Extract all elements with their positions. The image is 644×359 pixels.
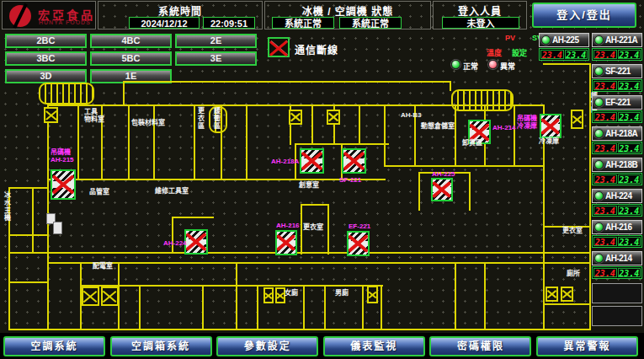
ahu-plan-label: 吊碼機 AH-215 (51, 148, 74, 163)
wall (194, 104, 195, 180)
room-label: 冷凍庫 (539, 138, 559, 146)
shaft-x-icon (263, 287, 274, 303)
login-label: 登入人員 (434, 3, 526, 18)
unit-pv-value: 23.4 (593, 237, 617, 246)
ahu-icon-AH-216[interactable] (275, 230, 297, 255)
ahu-status-value: 系統正常 (339, 17, 402, 29)
shaft-x-icon (367, 286, 378, 303)
comm-loss-label: 通信斷線 (295, 42, 338, 56)
room-label: 更衣室 (303, 224, 323, 232)
unit-panel-ah-214[interactable]: AH-214 (592, 251, 642, 265)
unit-panel-sf-221[interactable]: SF-221 (592, 64, 642, 78)
ahu-icon-AH-224[interactable] (184, 229, 208, 255)
floor-button-2e[interactable]: 2E (175, 34, 257, 48)
wall (77, 104, 79, 180)
login-user-value: 未登入 (442, 17, 519, 29)
unit-status-led-icon (594, 160, 604, 169)
wall (418, 172, 420, 211)
unit-sv-value: 23.4 (618, 206, 641, 215)
room-label: 包裝材料室 (131, 120, 165, 127)
menu-button-5[interactable]: 異常警報 (536, 336, 638, 356)
wall (327, 204, 329, 255)
menu-button-4[interactable]: 密碼權限 (429, 336, 531, 356)
wall (8, 252, 589, 254)
wall (80, 285, 383, 287)
unit-sv-value: 23.4 (618, 143, 641, 153)
unit-name-label: AH-225 (552, 35, 578, 45)
menu-button-3[interactable]: 儀表監視 (323, 336, 425, 356)
unit-panel-ah-224[interactable]: AH-224 (592, 189, 642, 203)
floor-button-3e[interactable]: 3E (175, 51, 257, 66)
floor-button-2bc[interactable]: 2BC (5, 34, 87, 48)
wall (8, 234, 49, 236)
room-label: 品管室 (89, 189, 109, 196)
menu-button-0[interactable]: 空調系統 (3, 336, 105, 356)
bottom-menu-bar: 空調系統空調箱系統參數設定儀表監視密碼權限異常警報 (0, 333, 644, 359)
login-section: 登入人員 未登入 (433, 1, 527, 29)
wall (246, 104, 247, 180)
room-label: 創意室 (299, 182, 319, 190)
unit-status-led-icon (541, 35, 551, 45)
wall (202, 285, 204, 329)
pv-name-header: 溫度 (487, 47, 502, 58)
unit-panel-ef-221[interactable]: EF-221 (592, 95, 642, 110)
unit-panel-ah-218b[interactable]: AH-218B (592, 158, 642, 172)
logo-box: 宏亞食品 HUNYA FOODS (2, 1, 96, 29)
unit-name-label: AH-214 (605, 254, 631, 263)
ahu-plan-label: AH-225 (432, 170, 455, 178)
unit-status-led-icon (594, 222, 604, 232)
room-label: 男廁 (335, 290, 349, 297)
floor-button-5bc[interactable]: 5BC (90, 51, 172, 66)
shaft-x-icon (44, 107, 58, 123)
shaft-x-icon (561, 287, 573, 302)
wall (172, 217, 214, 218)
wall (543, 63, 591, 65)
wall (236, 262, 237, 330)
floor-button-4bc[interactable]: 4BC (90, 34, 172, 48)
unit-panel-ah-216[interactable]: AH-216 (592, 220, 642, 234)
ahu-icon-AH-218A[interactable] (300, 148, 324, 174)
unit-panel-ah-218a[interactable]: AH-218A (592, 126, 642, 141)
unit-pv-value: 23.4 (540, 50, 564, 59)
pv-header: PV (505, 34, 515, 42)
unit-panel-ah-225[interactable]: AH-225 (539, 33, 589, 47)
unit-status-led-icon (594, 129, 604, 138)
shaft-x-icon (327, 110, 340, 125)
floor-button-3d[interactable]: 3D (5, 69, 87, 83)
unit-name-label: AH-218B (605, 160, 637, 169)
floor-button-3bc[interactable]: 3BC (5, 51, 87, 66)
wall (384, 104, 386, 167)
wall (47, 179, 386, 180)
wall (47, 262, 589, 264)
ahu-icon-SF-221[interactable] (342, 148, 366, 174)
ahu-icon-AH-225[interactable] (431, 178, 453, 201)
unit-values-ah-218b: 23.423.4 (592, 173, 642, 185)
machine-status-label: 冰機 / 空調機 狀態 (265, 3, 430, 18)
ahu-icon-EF-221[interactable] (347, 231, 370, 256)
wall (123, 81, 451, 83)
unit-pv-value: 23.4 (593, 206, 617, 215)
room-label: 工具 物料室 (84, 109, 104, 123)
unit-sv-value: 23.4 (618, 174, 641, 184)
unit-name-label: AH-216 (605, 222, 631, 232)
room-label: 緩衝區 (212, 107, 220, 130)
sv-name-header: 設定 (512, 47, 527, 58)
ahu-plan-label: SF-221 (339, 176, 361, 184)
unit-name-label: EF-221 (605, 98, 631, 107)
wall (455, 104, 456, 167)
ahu-icon-吊碼機-AH-215[interactable] (51, 169, 76, 200)
ahu-plan-label: AH-216 (276, 222, 300, 229)
unit-name-label: AH-218A (605, 129, 637, 138)
brand-subtitle: HUNYA FOODS (39, 19, 91, 25)
unit-panel-ah-221a[interactable]: AH-221A (592, 33, 642, 47)
login-logout-button[interactable]: 登入/登出 (532, 3, 636, 28)
ahu-icon-吊碼機-冷凍庫[interactable] (540, 114, 562, 138)
unit-name-label: AH-221A (605, 35, 637, 45)
unit-values-ah-214: 23.423.4 (592, 266, 642, 279)
wall (8, 281, 49, 283)
system-time-value: 22:09:51 (203, 17, 255, 29)
spare-unit-panel (592, 283, 642, 303)
menu-button-2[interactable]: 參數設定 (216, 336, 318, 356)
menu-button-1[interactable]: 空調箱系統 (110, 336, 212, 356)
unit-pv-value: 23.4 (593, 50, 617, 59)
